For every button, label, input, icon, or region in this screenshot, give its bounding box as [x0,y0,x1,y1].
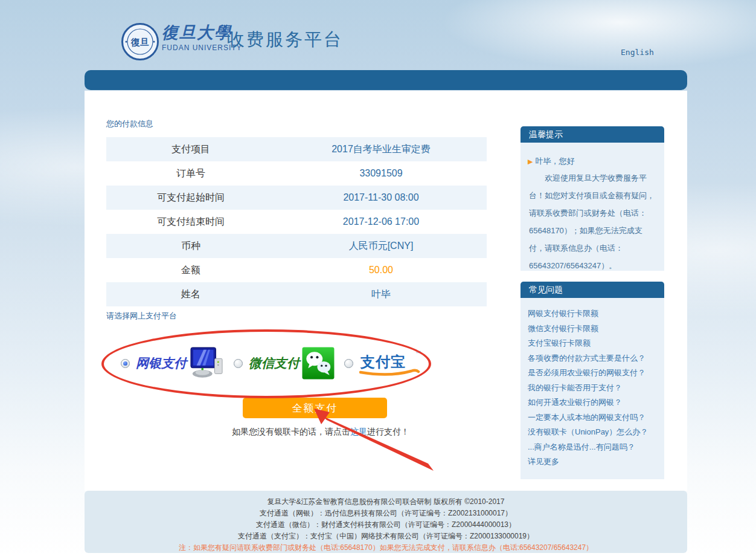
amount-value: 50.00 [275,265,487,276]
faq-panel: 常见问题 网银支付银行卡限额 微信支付银行卡限额 支付宝银行卡限额 各项收费的付… [521,282,664,479]
greeting-text: 叶毕，您好 [535,157,574,166]
faq-link[interactable]: 没有银联卡（UnionPay）怎么办？ [528,425,657,440]
row-value: 2017自考毕业生审定费 [275,143,487,156]
table-row: 金额 50.00 [106,258,487,282]
table-row: 币种 人民币元[CNY] [106,234,487,258]
channel-alipay-line: 支付通道（支付宝）：支付宝（中国）网络技术有限公司（许可证编号：Z2000133… [85,531,687,542]
tips-text: 欢迎使用复旦大学收费服务平台！如您对支付项目或金额有疑问，请联系收费部门或财务处… [529,169,656,274]
row-label: 姓名 [106,288,275,301]
alipay-radio[interactable] [344,359,353,368]
payment-options: 网银支付 微信支付 [121,340,495,387]
row-label: 可支付结束时间 [106,216,275,228]
unionpay-note: 如果您没有银联卡的话，请点击这里进行支付！ [106,427,535,438]
row-label: 支付项目 [106,143,275,156]
payment-info-table: 支付项目 2017自考毕业生审定费 订单号 33091509 可支付起始时间 2… [106,137,487,306]
page-title: 收费服务平台 [227,28,343,52]
faq-more-link[interactable]: 详见更多 [528,454,657,470]
table-row: 可支付起始时间 2017-11-30 08:00 [106,186,487,210]
tips-panel-body: ▶叶毕，您好 欢迎使用复旦大学收费服务平台！如您对支付项目或金额有疑问，请联系收… [521,143,664,271]
tips-panel-title: 温馨提示 [521,126,664,143]
table-row: 可支付结束时间 2017-12-06 17:00 [106,210,487,234]
alipay-logo[interactable]: 支付宝 ™ [359,350,420,377]
page-footer: 复旦大学&江苏金智教育信息股份有限公司联合研制 版权所有 ©2010-2017 … [85,491,687,553]
row-value: 2017-11-30 08:00 [275,192,487,203]
row-value: 2017-12-06 17:00 [275,216,487,227]
faq-panel-title: 常见问题 [521,282,664,298]
faq-link[interactable]: ...商户名称是迅付...有问题吗？ [528,440,657,455]
computer-icon [189,347,224,380]
select-platform-heading: 请选择网上支付平台 [106,311,177,322]
university-name-calligraphy: 復旦大學 [162,22,232,44]
wechat-radio[interactable] [234,359,243,368]
row-label: 可支付起始时间 [106,192,275,204]
english-language-link[interactable]: English [621,48,654,57]
note-prefix: 如果您没有银联卡的话，请点击 [232,427,350,436]
faq-panel-body: 网银支付银行卡限额 微信支付银行卡限额 支付宝银行卡限额 各项收费的付款方式主要… [521,298,664,479]
table-row: 姓名 叶毕 [106,282,487,306]
row-label: 币种 [106,240,275,253]
channel-netbank-line: 支付通道（网银）：迅付信息科技有限公司（许可证编号：Z2002131000017… [85,508,687,519]
note-suffix: 进行支付！ [367,427,409,436]
payment-info-heading: 您的付款信息 [106,118,153,129]
page-wrapper: 復旦 復旦大學 FUDAN UNIVERSITY 收费服务平台 English … [85,0,687,556]
here-link[interactable]: 这里 [350,427,367,436]
nav-bar [85,70,687,90]
faq-link[interactable]: 如何开通农业银行的网银？ [528,395,657,410]
faq-link[interactable]: 各项收费的付款方式主要是什么？ [528,351,657,366]
faq-link[interactable]: 一定要本人或本地的网银支付吗？ [528,410,657,425]
seal-center-text: 復旦 [130,37,149,47]
option-wechat[interactable]: 微信支付 [234,347,335,380]
channel-wechat-line: 支付通道（微信）：财付通支付科技有限公司（许可证编号：Z200044400001… [85,519,687,531]
greeting-line: ▶叶毕，您好 [528,156,657,167]
alipay-trademark: ™ [415,350,421,356]
faq-link[interactable]: 支付宝银行卡限额 [528,336,657,351]
wechat-label[interactable]: 微信支付 [249,355,300,372]
row-value: 人民币元[CNY] [275,240,487,253]
row-label: 订单号 [106,167,275,180]
pay-full-amount-button[interactable]: 全额支付 [243,398,387,418]
netbank-radio[interactable] [121,359,130,368]
faq-link[interactable]: 网银支付银行卡限额 [528,306,657,322]
netbank-label[interactable]: 网银支付 [136,355,187,372]
table-row: 支付项目 2017自考毕业生审定费 [106,137,487,161]
faq-link[interactable]: 我的银行卡能否用于支付？ [528,381,657,396]
copyright-line: 复旦大学&江苏金智教育信息股份有限公司联合研制 版权所有 ©2010-2017 [85,496,687,508]
option-alipay[interactable]: 支付宝 ™ [344,350,420,377]
fudan-seal-logo: 復旦 [121,22,159,61]
row-label: 金额 [106,264,275,277]
wechat-icon [302,347,335,380]
faq-link[interactable]: 微信支付银行卡限额 [528,322,657,337]
row-value: 叶毕 [275,288,487,301]
row-value: 33091509 [275,168,487,179]
tips-panel: 温馨提示 ▶叶毕，您好 欢迎使用复旦大学收费服务平台！如您对支付项目或金额有疑问… [521,126,664,271]
option-netbank[interactable]: 网银支付 [121,347,232,380]
faq-link[interactable]: 是否必须用农业银行的网银支付？ [528,366,657,381]
triangle-bullet-icon: ▶ [528,158,533,165]
table-row: 订单号 33091509 [106,161,487,186]
footer-contact-note: 注：如果您有疑问请联系收费部门或财务处（电话:65648170）如果您无法完成支… [85,542,687,554]
alipay-swoosh [359,367,421,377]
